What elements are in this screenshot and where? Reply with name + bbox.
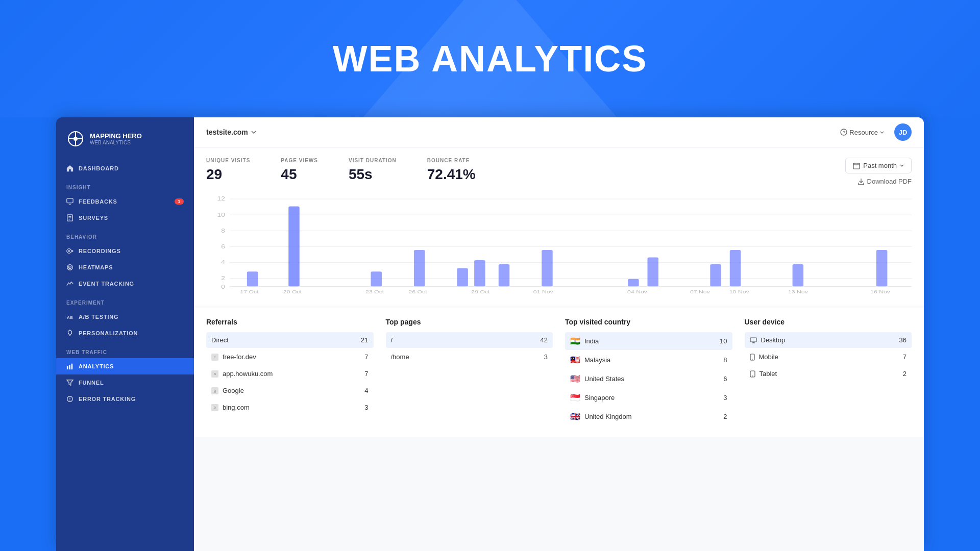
download-button[interactable]: Download PDF bbox=[858, 178, 912, 185]
unique-visits-value: 29 bbox=[206, 166, 250, 183]
referral-row-bing[interactable]: b bing.com 3 bbox=[206, 399, 374, 415]
svg-text:2: 2 bbox=[221, 276, 225, 282]
country-label-malaysia: 🇲🇾 Malaysia bbox=[570, 355, 610, 365]
device-row-tablet[interactable]: Tablet 2 bbox=[745, 366, 912, 382]
period-label: Past month bbox=[863, 162, 897, 169]
sidebar-item-ab-testing[interactable]: AB A/B TESTING bbox=[56, 309, 194, 325]
sidebar-item-funnel[interactable]: FUNNEL bbox=[56, 374, 194, 391]
svg-marker-13 bbox=[72, 249, 74, 252]
resource-button[interactable]: ? Resource bbox=[836, 127, 888, 138]
svg-text:17 Oct: 17 Oct bbox=[240, 289, 258, 294]
help-icon: ? bbox=[840, 129, 847, 136]
svg-text:23 Oct: 23 Oct bbox=[365, 289, 384, 294]
sidebar-item-personalization[interactable]: PERSONALIZATION bbox=[56, 325, 194, 341]
sidebar-label-analytics: ANALYTICS bbox=[79, 363, 114, 369]
svg-text:10 Nov: 10 Nov bbox=[729, 289, 750, 294]
device-value-desktop: 36 bbox=[899, 336, 906, 344]
svg-text:?: ? bbox=[843, 130, 845, 135]
surveys-icon bbox=[66, 214, 74, 221]
referral-row-freefordev[interactable]: f free-for.dev 7 bbox=[206, 349, 374, 365]
chevron-down-icon bbox=[251, 131, 256, 134]
home-icon bbox=[66, 165, 74, 172]
referral-value-google: 4 bbox=[364, 387, 368, 394]
svg-text:4: 4 bbox=[221, 260, 225, 266]
analytics-icon bbox=[66, 363, 74, 370]
data-sections: Referrals Direct 21 f free-for.dev 7 bbox=[194, 308, 924, 437]
sidebar-logo: MAPPING HERO WEB ANALYTICS bbox=[56, 130, 194, 160]
user-device-section: User device Desktop 36 Mobile bbox=[745, 318, 912, 427]
country-label-us: 🇺🇸 United States bbox=[570, 374, 624, 384]
feedbacks-badge: 1 bbox=[175, 198, 184, 205]
unique-visits-stat: UNIQUE VISITS 29 bbox=[206, 158, 250, 183]
referral-label-direct: Direct bbox=[211, 336, 229, 344]
svg-rect-53 bbox=[648, 258, 658, 287]
svg-text:10: 10 bbox=[217, 212, 225, 218]
svg-rect-47 bbox=[414, 250, 425, 286]
error-icon bbox=[66, 395, 74, 403]
page-row-home[interactable]: /home 3 bbox=[386, 349, 553, 365]
ab-icon: AB bbox=[66, 313, 74, 320]
page-views-stat: PAGE VIEWS 45 bbox=[281, 158, 318, 183]
heatmap-icon bbox=[66, 264, 74, 271]
referral-row-direct[interactable]: Direct 21 bbox=[206, 332, 374, 348]
sidebar-item-surveys[interactable]: SURVEYS bbox=[56, 210, 194, 226]
svg-rect-46 bbox=[371, 271, 381, 286]
sidebar-item-event-tracking[interactable]: EVENT TRACKING bbox=[56, 276, 194, 292]
site-selector[interactable]: testsite.com bbox=[206, 128, 256, 136]
sidebar-item-error-tracking[interactable]: ERROR TRACKING bbox=[56, 391, 194, 407]
user-device-table: Desktop 36 Mobile 7 Ta bbox=[745, 332, 912, 382]
sidebar-item-analytics[interactable]: ANALYTICS bbox=[56, 358, 194, 374]
personalization-icon bbox=[66, 330, 74, 337]
top-countries-section: Top visited country 🇮🇳 India 10 🇲🇾 Malay… bbox=[565, 318, 732, 427]
device-label-mobile: Mobile bbox=[750, 353, 778, 361]
section-web-traffic: WEB TRAFFIC bbox=[56, 341, 194, 358]
country-value-malaysia: 8 bbox=[723, 356, 727, 364]
sidebar-label-dashboard: DASHBOARD bbox=[79, 165, 119, 171]
sidebar-item-heatmaps[interactable]: HEATMAPS bbox=[56, 259, 194, 276]
device-row-desktop[interactable]: Desktop 36 bbox=[745, 332, 912, 348]
calendar-icon bbox=[853, 162, 860, 169]
device-value-tablet: 2 bbox=[903, 370, 906, 378]
avatar[interactable]: JD bbox=[894, 123, 912, 141]
country-row-malaysia[interactable]: 🇲🇾 Malaysia 8 bbox=[565, 351, 732, 369]
svg-rect-55 bbox=[730, 250, 741, 286]
sidebar-label-error-tracking: ERROR TRACKING bbox=[79, 396, 136, 402]
svg-point-23 bbox=[69, 400, 70, 400]
referral-row-google[interactable]: g Google 4 bbox=[206, 383, 374, 398]
referral-row-howuku[interactable]: a app.howuku.com 7 bbox=[206, 366, 374, 382]
referral-label-freefordev: f free-for.dev bbox=[211, 353, 256, 361]
referrals-title: Referrals bbox=[206, 318, 374, 326]
country-row-uk[interactable]: 🇬🇧 United Kingdom 2 bbox=[565, 408, 732, 425]
sidebar-item-recordings[interactable]: RECORDINGS bbox=[56, 243, 194, 259]
svg-point-73 bbox=[752, 359, 753, 360]
hero-background: WEB ANALYTICS bbox=[0, 0, 980, 117]
sidebar-label-personalization: PERSONALIZATION bbox=[79, 330, 138, 336]
sidebar-item-dashboard[interactable]: DASHBOARD bbox=[56, 160, 194, 177]
svg-point-1 bbox=[74, 137, 78, 141]
sidebar-label-ab-testing: A/B TESTING bbox=[79, 314, 118, 320]
site-name: testsite.com bbox=[206, 128, 248, 136]
chart-section: 12 10 8 6 4 2 0 bbox=[194, 185, 924, 306]
svg-rect-49 bbox=[474, 260, 485, 286]
svg-point-12 bbox=[68, 250, 70, 252]
resource-label: Resource bbox=[849, 129, 878, 136]
chart-svg: 12 10 8 6 4 2 0 bbox=[206, 193, 912, 295]
country-label-india: 🇮🇳 India bbox=[570, 336, 599, 346]
page-label-root: / bbox=[391, 336, 393, 344]
page-views-label: PAGE VIEWS bbox=[281, 158, 318, 163]
country-row-us[interactable]: 🇺🇸 United States 6 bbox=[565, 370, 732, 388]
visit-duration-value: 55s bbox=[349, 166, 397, 183]
svg-rect-19 bbox=[69, 365, 70, 369]
country-row-india[interactable]: 🇮🇳 India 10 bbox=[565, 332, 732, 350]
device-row-mobile[interactable]: Mobile 7 bbox=[745, 349, 912, 365]
chart-container: 12 10 8 6 4 2 0 bbox=[206, 193, 912, 295]
funnel-icon bbox=[66, 379, 74, 386]
sidebar-label-feedbacks: FEEDBACKS bbox=[79, 198, 117, 205]
period-button[interactable]: Past month bbox=[845, 158, 912, 173]
stats-row: UNIQUE VISITS 29 PAGE VIEWS 45 VISIT DUR… bbox=[206, 158, 476, 183]
country-row-singapore[interactable]: 🇸🇬 Singapore 3 bbox=[565, 389, 732, 407]
svg-rect-69 bbox=[750, 338, 756, 342]
sidebar-item-feedbacks[interactable]: FEEDBACKS 1 bbox=[56, 193, 194, 210]
top-pages-section: Top pages / 42 /home 3 bbox=[386, 318, 553, 427]
page-row-root[interactable]: / 42 bbox=[386, 332, 553, 348]
